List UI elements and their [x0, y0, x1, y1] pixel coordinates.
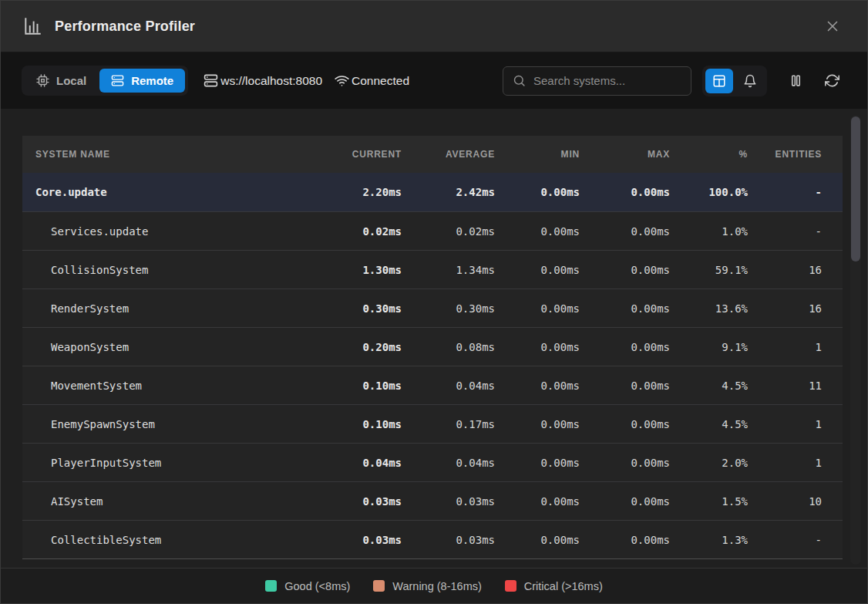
- cell-max: 0.00ms: [580, 341, 670, 353]
- cell-name: PlayerInputSystem: [22, 457, 309, 469]
- search-icon: [513, 74, 526, 87]
- notifications-button[interactable]: [736, 69, 764, 93]
- legend-bar: Good (<8ms)Warning (8-16ms)Critical (>16…: [1, 568, 867, 603]
- cell-current: 1.30ms: [309, 264, 402, 276]
- cell-entities: 11: [748, 380, 822, 392]
- cell-max: 0.00ms: [580, 457, 670, 469]
- legend-label: Critical (>16ms): [524, 580, 603, 592]
- table-row[interactable]: Core.update2.20ms2.42ms0.00ms0.00ms100.0…: [22, 173, 843, 211]
- cell-name: AISystem: [22, 495, 309, 508]
- table-row[interactable]: RenderSystem0.30ms0.30ms0.00ms0.00ms13.6…: [22, 289, 843, 327]
- cell-percent: 4.5%: [670, 418, 748, 430]
- connection-info: ws://localhost:8080 Connected: [204, 73, 409, 88]
- legend-item: Good (<8ms): [265, 580, 350, 592]
- cell-entities: -: [748, 534, 822, 546]
- bar-chart-icon: [22, 16, 42, 36]
- column-header-average[interactable]: Average: [402, 149, 495, 160]
- table-row[interactable]: Services.update0.02ms0.02ms0.00ms0.00ms1…: [22, 211, 843, 250]
- server-icon: [111, 74, 124, 87]
- table-row[interactable]: CollisionSystem1.30ms1.34ms0.00ms0.00ms5…: [22, 250, 843, 289]
- performance-profiler-window: Performance Profiler Local: [0, 0, 868, 604]
- pause-icon: [789, 73, 803, 88]
- wifi-icon: [335, 73, 349, 88]
- cell-average: 0.08ms: [402, 341, 495, 353]
- cell-average: 0.17ms: [402, 418, 495, 430]
- cell-current: 2.20ms: [309, 186, 402, 198]
- systems-table: System NameCurrentAverageMinMax%Entities…: [22, 136, 843, 559]
- cell-average: 0.04ms: [402, 457, 495, 469]
- cell-max: 0.00ms: [580, 264, 670, 276]
- column-header-current[interactable]: Current: [309, 149, 402, 160]
- table-row[interactable]: AISystem0.03ms0.03ms0.00ms0.00ms1.5%10: [22, 481, 843, 520]
- column-header--[interactable]: %: [670, 149, 748, 160]
- cell-min: 0.00ms: [495, 418, 580, 430]
- cell-average: 0.02ms: [402, 225, 495, 238]
- cell-min: 0.00ms: [495, 264, 580, 276]
- bell-icon: [743, 74, 757, 88]
- scrollbar-thumb[interactable]: [851, 116, 860, 262]
- cell-average: 2.42ms: [402, 186, 495, 198]
- cell-percent: 2.0%: [670, 457, 748, 469]
- cell-name: Core.update: [22, 186, 309, 198]
- cell-name: WeaponSystem: [22, 341, 309, 353]
- server-icon: [204, 73, 218, 88]
- cell-max: 0.00ms: [580, 302, 670, 315]
- column-header-entities[interactable]: Entities: [748, 149, 822, 160]
- table-row[interactable]: EnemySpawnSystem0.10ms0.17ms0.00ms0.00ms…: [22, 404, 843, 443]
- cell-average: 0.03ms: [402, 495, 495, 508]
- cell-percent: 1.0%: [670, 225, 748, 238]
- cell-percent: 59.1%: [670, 264, 748, 276]
- cell-max: 0.00ms: [580, 186, 670, 198]
- table-view-button[interactable]: [705, 69, 733, 93]
- search-input[interactable]: [533, 74, 681, 87]
- cell-current: 0.02ms: [309, 225, 402, 238]
- local-mode-button[interactable]: Local: [25, 69, 98, 93]
- cell-entities: 16: [748, 302, 822, 315]
- pause-button[interactable]: [787, 72, 805, 89]
- table-body: Core.update2.20ms2.42ms0.00ms0.00ms100.0…: [22, 173, 843, 558]
- column-header-min[interactable]: Min: [495, 149, 580, 160]
- cell-max: 0.00ms: [580, 380, 670, 392]
- cell-percent: 1.5%: [670, 495, 748, 508]
- cell-current: 0.03ms: [309, 534, 402, 546]
- vertical-scrollbar[interactable]: [850, 115, 861, 565]
- cell-name: MovementSystem: [22, 380, 309, 392]
- cell-current: 0.04ms: [309, 457, 402, 469]
- cell-current: 0.10ms: [309, 380, 402, 392]
- cell-average: 0.03ms: [402, 534, 495, 546]
- table-row[interactable]: CollectibleSystem0.03ms0.03ms0.00ms0.00m…: [22, 520, 843, 558]
- cell-max: 0.00ms: [580, 418, 670, 430]
- column-header-max[interactable]: Max: [580, 149, 670, 160]
- table-row[interactable]: MovementSystem0.10ms0.04ms0.00ms0.00ms4.…: [22, 366, 843, 404]
- legend-item: Critical (>16ms): [505, 580, 603, 592]
- remote-mode-button[interactable]: Remote: [99, 69, 185, 93]
- cell-min: 0.00ms: [495, 380, 580, 392]
- connection-url-text: ws://localhost:8080: [220, 74, 322, 88]
- refresh-button[interactable]: [823, 72, 841, 89]
- legend-item: Warning (8-16ms): [373, 580, 482, 592]
- column-header-system-name[interactable]: System Name: [22, 149, 309, 160]
- cell-current: 0.20ms: [309, 341, 402, 353]
- connection-url: ws://localhost:8080: [204, 73, 322, 88]
- cell-min: 0.00ms: [495, 457, 580, 469]
- table-row[interactable]: PlayerInputSystem0.04ms0.04ms0.00ms0.00m…: [22, 443, 843, 481]
- close-icon[interactable]: [821, 15, 844, 38]
- view-icon-group: [702, 66, 767, 96]
- cell-percent: 4.5%: [670, 380, 748, 392]
- table-row[interactable]: WeaponSystem0.20ms0.08ms0.00ms0.00ms9.1%…: [22, 327, 843, 366]
- connection-status: Connected: [335, 73, 409, 88]
- table-view-icon: [712, 74, 726, 88]
- cell-min: 0.00ms: [495, 302, 580, 315]
- cell-percent: 9.1%: [670, 341, 748, 353]
- cell-max: 0.00ms: [580, 495, 670, 508]
- cell-name: RenderSystem: [22, 302, 309, 315]
- cell-percent: 13.6%: [670, 302, 748, 315]
- cell-current: 0.10ms: [309, 418, 402, 430]
- cell-name: CollisionSystem: [22, 264, 309, 276]
- toolbar: Local Remote: [1, 52, 867, 109]
- cell-entities: 1: [748, 457, 822, 469]
- cell-entities: 1: [748, 418, 822, 430]
- cell-max: 0.00ms: [580, 534, 670, 546]
- cell-current: 0.03ms: [309, 495, 402, 508]
- cell-max: 0.00ms: [580, 225, 670, 238]
